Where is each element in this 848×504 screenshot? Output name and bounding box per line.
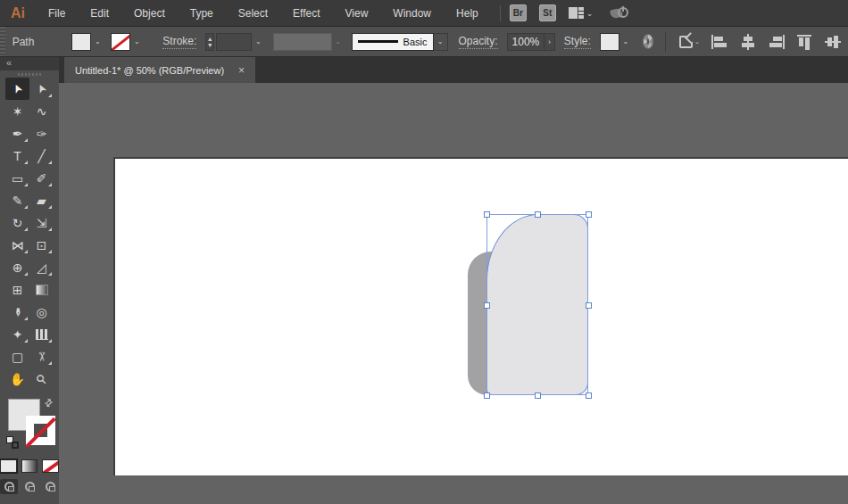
menu-item-select[interactable]: Select xyxy=(226,0,280,27)
document-tab[interactable]: Untitled-1* @ 50% (RGB/Preview) × xyxy=(64,57,255,83)
selection-handle-ne[interactable] xyxy=(586,211,592,218)
opacity-label[interactable]: Opacity: xyxy=(459,35,498,49)
rectangle-tool[interactable]: ▭ xyxy=(5,167,29,189)
hand-tool[interactable]: ✋ xyxy=(5,368,29,390)
chevron-down-icon[interactable]: ⌄ xyxy=(91,33,104,51)
draw-inside-button[interactable] xyxy=(41,479,59,494)
chevron-down-icon[interactable]: ⌄ xyxy=(586,9,594,18)
artboard-tool[interactable]: ▢ xyxy=(5,345,29,368)
menu-item-file[interactable]: File xyxy=(36,0,78,27)
gradient-button[interactable] xyxy=(21,459,38,473)
align-vertical-center-button[interactable] xyxy=(825,34,843,50)
width-tool[interactable]: ⋈ xyxy=(5,234,29,256)
opacity-field[interactable]: 100% xyxy=(507,33,545,51)
eraser-tool[interactable]: ▰ xyxy=(29,189,54,211)
stroke-color-box[interactable] xyxy=(26,416,55,445)
gpu-performance-icon[interactable] xyxy=(611,6,628,21)
align-top-button[interactable] xyxy=(796,34,814,50)
shape-properties-button[interactable]: ⌄ xyxy=(679,36,700,48)
gradient-tool[interactable] xyxy=(29,278,54,301)
none-button[interactable] xyxy=(42,459,59,473)
menu-item-type[interactable]: Type xyxy=(178,0,226,27)
fill-color-control[interactable]: ⌄ xyxy=(71,33,104,51)
collapse-panel-button[interactable]: « xyxy=(0,57,59,70)
shape-builder-tool[interactable]: ⊕ xyxy=(5,256,29,278)
selection-handle-e[interactable] xyxy=(586,302,592,309)
stock-button[interactable]: St xyxy=(539,4,556,21)
stroke-weight-stepper[interactable]: ▲ ▼ xyxy=(205,33,214,51)
stepper-down-icon[interactable]: ▼ xyxy=(207,43,213,47)
selection-handle-s[interactable] xyxy=(535,392,541,399)
column-graph-tool[interactable] xyxy=(29,323,54,345)
brush-definition-select[interactable]: Basic ⌄ xyxy=(352,33,448,51)
selection-handle-nw[interactable] xyxy=(484,211,490,218)
selection-tool[interactable]: ➤ xyxy=(5,78,29,100)
stroke-none-swatch[interactable] xyxy=(111,33,130,51)
free-transform-tool[interactable]: ⊡ xyxy=(29,234,54,256)
style-select[interactable]: ⌄ xyxy=(600,33,632,51)
selection-handle-w[interactable] xyxy=(484,302,490,309)
canvas[interactable] xyxy=(59,83,848,504)
menu-item-window[interactable]: Window xyxy=(380,0,444,27)
align-left-button[interactable] xyxy=(711,34,728,50)
direct-selection-tool[interactable]: ➤ xyxy=(29,78,54,100)
menu-item-help[interactable]: Help xyxy=(444,0,491,27)
selection-handle-n[interactable] xyxy=(535,211,541,218)
lasso-tool[interactable]: ∿ xyxy=(29,100,54,122)
menu-item-object[interactable]: Object xyxy=(121,0,178,27)
symbol-sprayer-tool[interactable]: ✦ xyxy=(5,323,29,345)
opacity-arrow-icon[interactable]: › xyxy=(545,33,555,51)
chevron-down-icon[interactable]: ⌄ xyxy=(254,33,262,51)
recolor-artwork-icon[interactable] xyxy=(643,34,654,49)
stroke-label[interactable]: Stroke: xyxy=(162,35,196,49)
chevron-down-icon[interactable]: ⌄ xyxy=(619,33,632,51)
curvature-tool[interactable]: ✑ xyxy=(29,122,54,145)
workspace-switcher-icon[interactable] xyxy=(569,7,584,19)
menubar-separator xyxy=(500,5,501,21)
blend-tool[interactable]: ◎ xyxy=(29,301,54,323)
menu-item-view[interactable]: View xyxy=(333,0,381,27)
rotate-tool[interactable]: ↻ xyxy=(5,211,29,234)
color-button[interactable] xyxy=(0,459,17,473)
draw-behind-button[interactable] xyxy=(21,479,38,494)
shape-builder-tool-icon: ⊕ xyxy=(12,260,23,275)
menu-item-edit[interactable]: Edit xyxy=(78,0,121,27)
control-bar-grip[interactable] xyxy=(0,27,5,56)
tools-panel: « ➤➤✶∿✒✑T╱▭✐✎▰↻⇲⋈⊡⊕◿⊞✒◎✦▢✂✋⚲ ⇄ xyxy=(0,57,59,504)
align-right-button[interactable] xyxy=(768,34,786,50)
shaper-tool[interactable]: ✎ xyxy=(5,189,29,211)
variable-width-profile-select[interactable] xyxy=(273,33,331,51)
mesh-tool[interactable]: ⊞ xyxy=(5,278,29,301)
magic-wand-tool[interactable]: ✶ xyxy=(5,100,29,122)
style-label[interactable]: Style: xyxy=(564,35,591,49)
brush-preview[interactable]: Basic xyxy=(352,33,434,51)
scale-tool[interactable]: ⇲ xyxy=(29,211,54,234)
selection-type-label: Path xyxy=(12,36,35,48)
style-swatch[interactable] xyxy=(600,33,619,51)
chevron-down-icon[interactable]: ⌄ xyxy=(130,33,143,51)
stroke-color-control[interactable]: ⌄ xyxy=(111,33,143,51)
align-horizontal-center-button[interactable] xyxy=(739,34,757,50)
zoom-tool[interactable]: ⚲ xyxy=(29,368,54,390)
stroke-weight-field[interactable] xyxy=(216,33,252,51)
bridge-button[interactable]: Br xyxy=(510,4,527,21)
pen-tool[interactable]: ✒ xyxy=(5,122,29,145)
stepper-up-icon[interactable]: ▲ xyxy=(207,37,213,41)
menu-item-effect[interactable]: Effect xyxy=(280,0,332,27)
type-tool[interactable]: T xyxy=(5,145,29,167)
color-type-buttons xyxy=(0,459,59,473)
paintbrush-tool[interactable]: ✐ xyxy=(29,167,54,189)
selection-handle-se[interactable] xyxy=(586,392,592,399)
draw-normal-button[interactable] xyxy=(0,479,18,494)
slice-tool[interactable]: ✂ xyxy=(29,345,54,368)
default-fill-stroke-icon[interactable] xyxy=(6,436,19,449)
close-icon[interactable]: × xyxy=(238,64,245,77)
panel-drag-handle[interactable] xyxy=(0,70,59,78)
selection-handle-sw[interactable] xyxy=(484,392,490,399)
eyedropper-tool[interactable]: ✒ xyxy=(5,301,29,323)
fill-swatch[interactable] xyxy=(71,33,91,51)
perspective-grid-tool[interactable]: ◿ xyxy=(29,256,54,278)
swap-fill-stroke-icon[interactable]: ⇄ xyxy=(42,396,55,410)
line-segment-tool[interactable]: ╱ xyxy=(29,145,54,167)
chevron-down-icon[interactable]: ⌄ xyxy=(434,33,448,51)
